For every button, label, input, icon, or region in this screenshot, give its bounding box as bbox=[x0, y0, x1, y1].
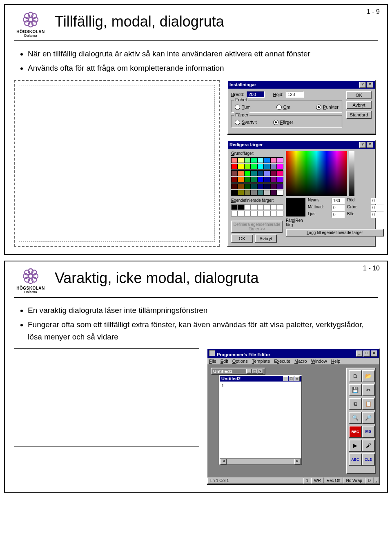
luminance-slider[interactable] bbox=[349, 151, 354, 196]
color-swatch[interactable] bbox=[264, 157, 270, 163]
add-custom-button[interactable]: Lägg till egendefinierade färger bbox=[286, 229, 384, 237]
color-swatch[interactable] bbox=[238, 204, 244, 210]
color-swatch[interactable] bbox=[270, 204, 277, 210]
color-swatch[interactable] bbox=[257, 190, 264, 196]
color-swatch[interactable] bbox=[251, 190, 257, 196]
minimize-icon[interactable]: _ bbox=[283, 376, 288, 381]
minimize-icon[interactable]: _ bbox=[246, 369, 252, 374]
color-swatch[interactable] bbox=[277, 204, 283, 210]
resize-grip-icon[interactable]: ⌟ bbox=[374, 478, 379, 484]
color-swatch[interactable] bbox=[257, 164, 264, 170]
standard-button[interactable]: Standard bbox=[346, 111, 372, 119]
color-swatch[interactable] bbox=[244, 177, 251, 183]
maximize-icon[interactable]: □ bbox=[252, 369, 257, 374]
color-swatch[interactable] bbox=[244, 183, 251, 189]
ljus-input[interactable] bbox=[332, 212, 345, 218]
scroll-right-icon[interactable]: ► bbox=[294, 459, 301, 464]
color-swatch[interactable] bbox=[251, 164, 257, 170]
color-swatch[interactable] bbox=[257, 177, 264, 183]
color-swatch[interactable] bbox=[264, 211, 270, 217]
horizontal-scrollbar[interactable]: ◄ ► bbox=[220, 458, 301, 464]
color-swatch[interactable] bbox=[264, 164, 270, 170]
color-swatch[interactable] bbox=[270, 164, 277, 170]
color-swatch[interactable] bbox=[277, 211, 283, 217]
menu-edit[interactable]: Edit bbox=[220, 359, 228, 364]
help-icon[interactable]: ? bbox=[359, 142, 366, 148]
color-swatch[interactable] bbox=[238, 170, 244, 176]
color-swatch[interactable] bbox=[231, 183, 238, 189]
doc1-window[interactable]: Untitled1 _ □ × bbox=[211, 368, 265, 375]
color-swatch[interactable] bbox=[277, 164, 283, 170]
color-swatch[interactable] bbox=[238, 177, 244, 183]
color-swatch[interactable] bbox=[238, 157, 244, 163]
new-file-icon[interactable]: 🗋 bbox=[349, 370, 362, 382]
floating-toolbox[interactable]: 🗋 📂 💾 ✂ ⧉ 📋 🔍 🔎 REC MS ▶ 🖌 bbox=[346, 368, 376, 474]
color-swatch[interactable] bbox=[264, 170, 270, 176]
radio-punkter[interactable]: Punkter bbox=[316, 105, 339, 110]
menu-execute[interactable]: Execute bbox=[274, 359, 290, 364]
play-icon[interactable]: ▶ bbox=[349, 440, 362, 452]
rod-input[interactable] bbox=[371, 198, 384, 204]
color-swatch[interactable] bbox=[244, 170, 251, 176]
doc2-window[interactable]: Untitled2 _ □ × 1 ◄ ► bbox=[219, 375, 302, 465]
ok-button[interactable]: OK bbox=[346, 91, 372, 99]
abc-icon[interactable]: ABC bbox=[349, 453, 362, 466]
bla-input[interactable] bbox=[371, 212, 384, 218]
color-swatch[interactable] bbox=[277, 183, 283, 189]
close-icon[interactable]: × bbox=[367, 82, 373, 88]
color-swatch[interactable] bbox=[238, 190, 244, 196]
color-swatch[interactable] bbox=[251, 177, 257, 183]
copy-icon[interactable]: ⧉ bbox=[349, 398, 362, 410]
radio-cm[interactable]: Cm bbox=[276, 105, 290, 110]
radio-farger[interactable]: Färger bbox=[273, 120, 293, 125]
color-swatch[interactable] bbox=[277, 190, 283, 196]
color-swatch[interactable] bbox=[251, 157, 257, 163]
radio-tum[interactable]: Tum bbox=[235, 105, 251, 110]
brush-icon[interactable]: 🖌 bbox=[362, 440, 375, 452]
color-swatch[interactable] bbox=[270, 183, 277, 189]
color-swatch[interactable] bbox=[244, 190, 251, 196]
color-swatch[interactable] bbox=[231, 177, 238, 183]
color-swatch[interactable] bbox=[270, 177, 277, 183]
close-icon[interactable]: × bbox=[367, 142, 373, 148]
color-swatch[interactable] bbox=[231, 190, 238, 196]
color-swatch[interactable] bbox=[244, 211, 251, 217]
scroll-left-icon[interactable]: ◄ bbox=[220, 459, 227, 464]
close-icon[interactable]: × bbox=[258, 369, 263, 374]
color-swatch[interactable] bbox=[264, 190, 270, 196]
ok-button[interactable]: OK bbox=[231, 234, 253, 243]
maximize-icon[interactable]: □ bbox=[289, 376, 294, 381]
color-swatch[interactable] bbox=[257, 204, 264, 210]
color-swatch[interactable] bbox=[264, 204, 270, 210]
color-swatch[interactable] bbox=[231, 164, 238, 170]
color-swatch[interactable] bbox=[231, 170, 238, 176]
color-swatch[interactable] bbox=[277, 157, 283, 163]
paste-icon[interactable]: 📋 bbox=[362, 398, 375, 410]
menu-template[interactable]: Template bbox=[252, 359, 270, 364]
color-swatch[interactable] bbox=[257, 211, 264, 217]
color-swatch[interactable] bbox=[231, 157, 238, 163]
color-swatch[interactable] bbox=[238, 183, 244, 189]
color-swatch[interactable] bbox=[270, 157, 277, 163]
help-icon[interactable]: ? bbox=[359, 82, 366, 88]
radio-svartvit[interactable]: Svartvit bbox=[235, 120, 257, 125]
color-swatch[interactable] bbox=[251, 170, 257, 176]
bredd-input[interactable] bbox=[247, 91, 265, 98]
color-swatch[interactable] bbox=[270, 190, 277, 196]
color-swatch[interactable] bbox=[238, 164, 244, 170]
menu-file[interactable]: File bbox=[209, 359, 216, 364]
doc-editor-area[interactable]: 1 bbox=[220, 382, 301, 458]
record-icon[interactable]: REC bbox=[349, 426, 362, 438]
hue-sat-field[interactable] bbox=[286, 151, 347, 196]
ms-icon[interactable]: MS bbox=[362, 426, 375, 438]
color-swatch[interactable] bbox=[270, 211, 277, 217]
color-swatch[interactable] bbox=[257, 170, 264, 176]
color-swatch[interactable] bbox=[264, 183, 270, 189]
avbryt-button[interactable]: Avbryt bbox=[255, 234, 277, 243]
color-swatch[interactable] bbox=[251, 204, 257, 210]
color-swatch[interactable] bbox=[251, 211, 257, 217]
mattnad-input[interactable] bbox=[332, 205, 345, 211]
gron-input[interactable] bbox=[371, 205, 384, 211]
save-icon[interactable]: 💾 bbox=[349, 384, 362, 396]
maximize-icon[interactable]: □ bbox=[363, 350, 370, 357]
